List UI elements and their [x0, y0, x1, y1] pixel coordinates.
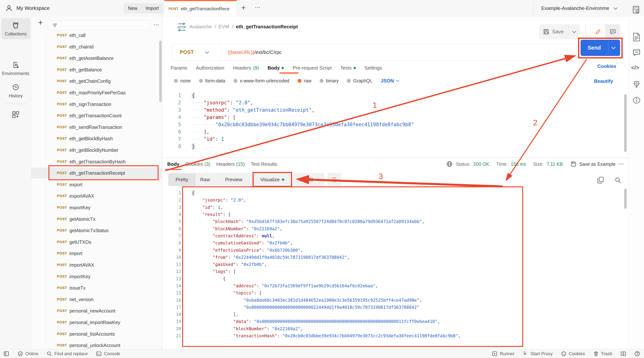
- tab-body[interactable]: Body: [268, 65, 284, 71]
- list-item[interactable]: POSTeth_getChainConfig: [31, 76, 162, 87]
- edit-mode-button[interactable]: [590, 24, 605, 39]
- list-item[interactable]: POSTexport: [31, 179, 162, 190]
- breadcrumb[interactable]: Avalanche / EVM / eth_getTransactionRece…: [189, 24, 298, 30]
- method-selector[interactable]: POST: [180, 49, 194, 55]
- tab-test-results[interactable]: Test Results: [251, 161, 277, 167]
- time-value[interactable]: 156 ms: [511, 162, 526, 167]
- save-as-example-button[interactable]: Save as Example: [579, 162, 616, 167]
- cookies-button[interactable]: Cookies: [561, 351, 585, 357]
- url-input[interactable]: {{baseURL}}/ext/bc/C/rpc: [228, 49, 282, 55]
- list-item[interactable]: POSTimport: [31, 248, 162, 259]
- list-item[interactable]: POSTpersonal_importRawKey: [31, 317, 162, 328]
- more-tools-icon[interactable]: [12, 111, 20, 119]
- list-item[interactable]: POSTeth_call: [31, 30, 162, 41]
- status-value[interactable]: 200 OK: [474, 162, 489, 167]
- rail-item-collections[interactable]: Collections: [1, 18, 30, 39]
- body-mode-GraphQL[interactable]: GraphQL: [347, 78, 372, 84]
- rail-item-environments[interactable]: Environments: [1, 61, 30, 76]
- sidebar-scrollbar[interactable]: [159, 41, 162, 102]
- list-item[interactable]: POSTeth_sendRawTransaction: [31, 122, 162, 133]
- breadcrumb-folder[interactable]: EVM: [218, 24, 229, 29]
- code-snippet-icon[interactable]: </>: [631, 64, 639, 71]
- copy-icon[interactable]: [597, 177, 604, 184]
- response-body-viewer[interactable]: 1{2 "jsonrpc": "2.0",3 "id": 1,4 "result…: [164, 189, 461, 339]
- raw-language-selector[interactable]: JSON: [380, 78, 399, 84]
- comments-icon[interactable]: [632, 48, 641, 57]
- console-button[interactable]: Console: [96, 351, 120, 357]
- request-editor-scrollbar[interactable]: [624, 94, 627, 152]
- size-value[interactable]: 7.11 KB: [546, 162, 563, 167]
- request-tab[interactable]: POST eth_getTransactionRece: [164, 0, 237, 16]
- list-item[interactable]: POSTexportKey: [31, 202, 162, 213]
- sidebar-options-icon[interactable]: •••: [154, 23, 160, 27]
- pane-divider[interactable]: [162, 157, 629, 158]
- tab-authorization[interactable]: Authorization: [196, 65, 224, 71]
- tab-pre-request-script[interactable]: Pre-request Script: [292, 65, 332, 71]
- list-item[interactable]: POSTeth_getBalance: [31, 64, 162, 75]
- tab-options-icon[interactable]: •••: [255, 5, 260, 9]
- cookies-link[interactable]: Cookies: [597, 63, 616, 69]
- body-mode-raw[interactable]: raw: [298, 78, 311, 84]
- body-mode-binary[interactable]: binary: [320, 78, 338, 84]
- wrap-text-button[interactable]: [328, 173, 341, 186]
- tab-tests[interactable]: Tests: [340, 65, 356, 71]
- sidebar-filter-input[interactable]: [48, 20, 151, 30]
- add-request-button[interactable]: +: [38, 18, 43, 27]
- view-tab-visualize[interactable]: Visualize: [253, 173, 292, 186]
- tab-headers[interactable]: Headers(9): [233, 65, 259, 71]
- lightbulb-icon[interactable]: [632, 80, 641, 89]
- environment-quicklook-icon[interactable]: [632, 5, 641, 14]
- list-item[interactable]: POSTpersonal_listAccounts: [31, 329, 162, 339]
- view-tab-raw[interactable]: Raw: [196, 173, 214, 186]
- tab-cookies[interactable]: Cookies(3): [185, 161, 210, 167]
- list-item[interactable]: POSTpersonal_unlockAccount: [31, 340, 162, 349]
- list-item[interactable]: POSTeth_maxPriorityFeePerGas: [31, 87, 162, 98]
- list-item[interactable]: POSTgetAtomicTx: [31, 214, 162, 224]
- search-icon[interactable]: [614, 177, 622, 184]
- tab-body[interactable]: Body: [167, 161, 180, 167]
- list-item[interactable]: POSTeth_getAssetBalance: [31, 53, 162, 64]
- response-scrollbar[interactable]: [624, 189, 627, 209]
- comment-mode-button[interactable]: [605, 24, 620, 39]
- body-mode-none[interactable]: none: [174, 78, 191, 84]
- documentation-icon[interactable]: [632, 32, 641, 42]
- start-proxy-button[interactable]: Start Proxy: [523, 351, 553, 357]
- runner-button[interactable]: Runner: [492, 351, 514, 357]
- body-mode-form-data[interactable]: form-data: [199, 78, 225, 84]
- online-status[interactable]: Online: [18, 351, 38, 357]
- list-item[interactable]: POSTeth_getBlockByHash: [31, 133, 162, 144]
- tab-settings[interactable]: Settings: [364, 65, 382, 71]
- list-item[interactable]: POSTeth_chainId: [31, 41, 162, 52]
- list-item[interactable]: POSTeth_signTransaction: [31, 99, 162, 110]
- workspace-name[interactable]: My Workspace: [16, 0, 50, 16]
- list-item[interactable]: POSTimportAVAX: [31, 260, 162, 270]
- list-item[interactable]: POSTgetAtomicTxStatus: [31, 225, 162, 236]
- find-and-replace[interactable]: Find and replace: [46, 351, 88, 357]
- help-icon[interactable]: [634, 351, 640, 357]
- request-body-editor[interactable]: 1{2····"jsonrpc": "2.0",3····"method": "…: [164, 92, 414, 150]
- list-item[interactable]: POSTgetUTXOs: [31, 237, 162, 247]
- list-item[interactable]: POSTeth_getBlockByNumber: [31, 145, 162, 156]
- list-item[interactable]: POSTeth_getTransactionByHash: [31, 156, 162, 167]
- list-item[interactable]: POSTeth_getTransactionReceipt: [31, 168, 162, 179]
- send-dropdown-icon[interactable]: [611, 45, 616, 49]
- send-button[interactable]: Send: [580, 40, 620, 56]
- breadcrumb-collection[interactable]: Avalanche: [189, 24, 212, 29]
- new-button[interactable]: New: [124, 3, 142, 13]
- list-item[interactable]: POSTimportKey: [31, 271, 162, 282]
- import-button[interactable]: Import: [141, 3, 163, 13]
- new-tab-button[interactable]: +: [241, 0, 246, 16]
- trash-button[interactable]: Trash: [593, 351, 612, 357]
- list-item[interactable]: POSTexportAVAX: [31, 190, 162, 201]
- save-dropdown-button[interactable]: [568, 24, 580, 39]
- tab-headers[interactable]: Headers(15): [216, 161, 245, 167]
- view-tab-preview[interactable]: Preview: [214, 173, 253, 186]
- view-tab-pretty[interactable]: Pretty: [168, 173, 196, 186]
- split-pane-icon[interactable]: [620, 351, 626, 357]
- info-icon[interactable]: [632, 96, 641, 104]
- beautify-link[interactable]: Beautify: [594, 78, 613, 84]
- response-options-icon[interactable]: •••: [618, 162, 624, 166]
- save-button[interactable]: Save: [539, 24, 580, 39]
- list-item[interactable]: POSTpersonal_newAccount: [31, 305, 162, 316]
- list-item[interactable]: POSTissueTx: [31, 283, 162, 293]
